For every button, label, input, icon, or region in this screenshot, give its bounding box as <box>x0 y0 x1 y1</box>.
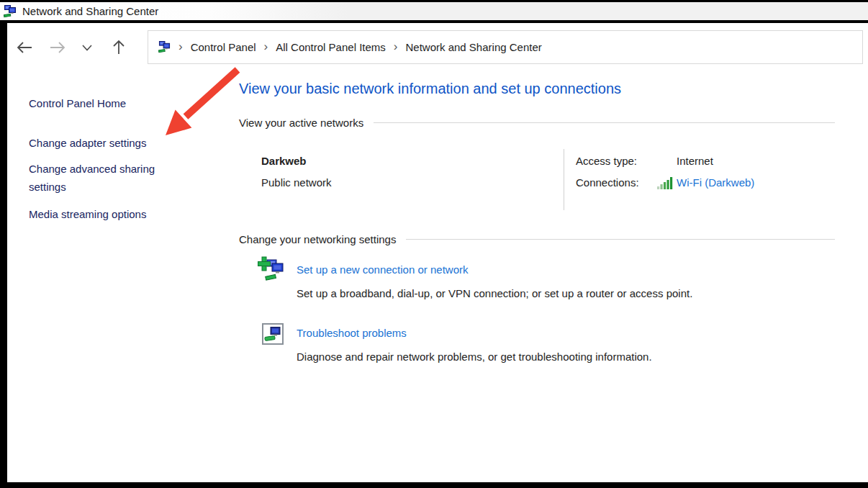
networking-settings-label: Change your networking settings <box>239 233 396 245</box>
networking-settings-section-header: Change your networking settings <box>239 233 835 245</box>
breadcrumb-item-control-panel[interactable]: Control Panel <box>191 41 256 53</box>
network-computers-icon <box>4 5 17 18</box>
sidebar-item-change-advanced-sharing[interactable]: Change advanced sharing settings <box>29 160 181 196</box>
arrow-up-icon <box>112 40 125 55</box>
access-type-value: Internet <box>677 155 713 167</box>
troubleshoot-problems-description: Diagnose and repair network problems, or… <box>297 351 652 363</box>
network-type: Public network <box>261 176 332 189</box>
back-button[interactable] <box>16 41 33 54</box>
access-type-label: Access type: <box>576 155 637 167</box>
titlebar: Network and Sharing Center <box>0 2 868 20</box>
breadcrumb-item-current[interactable]: Network and Sharing Center <box>405 41 541 53</box>
arrow-right-icon <box>49 41 66 54</box>
forward-button[interactable] <box>49 41 66 54</box>
network-troubleshoot-icon <box>262 323 284 345</box>
breadcrumb-chevron[interactable]: › <box>177 40 184 53</box>
active-networks-section-header: View your active networks <box>239 117 835 129</box>
chevron-down-icon <box>82 45 92 51</box>
section-divider <box>374 122 835 123</box>
network-name: Darkweb <box>261 155 307 167</box>
page-title: View your basic network information and … <box>239 81 621 97</box>
breadcrumb-item-all-items[interactable]: All Control Panel Items <box>276 41 386 53</box>
network-sharing-center-window: { "window": { "title": "Network and Shar… <box>0 0 868 488</box>
network-add-icon <box>258 256 285 284</box>
sidebar-item-change-adapter-settings[interactable]: Change adapter settings <box>29 134 146 152</box>
setup-new-connection-link[interactable]: Set up a new connection or network <box>297 263 468 276</box>
breadcrumb-chevron[interactable]: › <box>263 40 270 53</box>
arrow-left-icon <box>16 41 33 54</box>
window-title: Network and Sharing Center <box>22 5 158 17</box>
recent-locations-button[interactable] <box>82 45 92 51</box>
breadcrumb[interactable]: › Control Panel › All Control Panel Item… <box>148 30 863 64</box>
active-networks-label: View your active networks <box>239 117 363 129</box>
breadcrumb-chevron[interactable]: › <box>392 40 399 53</box>
up-button[interactable] <box>112 40 125 55</box>
wifi-signal-bars-icon <box>657 177 674 189</box>
setup-new-connection-description: Set up a broadband, dial-up, or VPN conn… <box>297 287 692 299</box>
sidebar-item-media-streaming-options[interactable]: Media streaming options <box>29 205 146 223</box>
network-panel-divider <box>564 149 564 210</box>
network-computers-icon <box>158 41 171 53</box>
window-body: › Control Panel › All Control Panel Item… <box>0 23 868 488</box>
troubleshoot-problems-link[interactable]: Troubleshoot problems <box>297 327 407 339</box>
connections-label: Connections: <box>576 176 639 189</box>
sidebar-item-control-panel-home[interactable]: Control Panel Home <box>29 94 126 112</box>
connection-link[interactable]: Wi-Fi (Darkweb) <box>677 176 754 189</box>
section-divider <box>406 239 835 240</box>
